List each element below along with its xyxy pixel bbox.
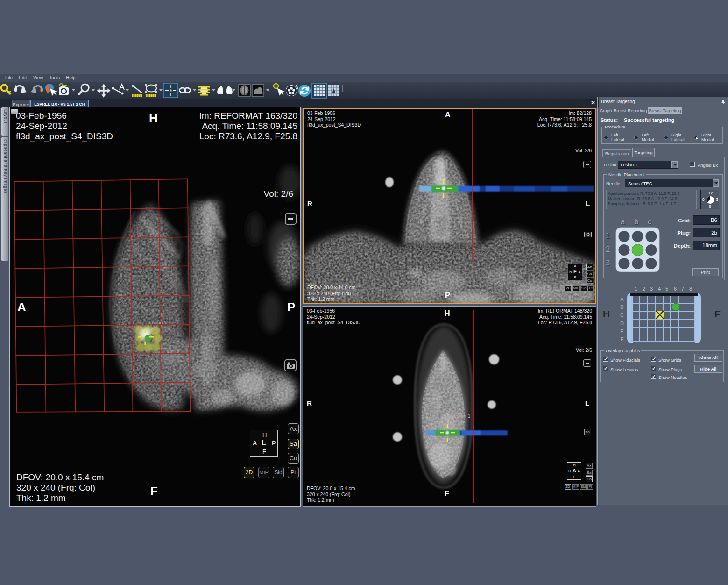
- svg-text:Lesion 1: Lesion 1: [149, 320, 166, 325]
- svg-text:Lesion 1: Lesion 1: [451, 413, 471, 419]
